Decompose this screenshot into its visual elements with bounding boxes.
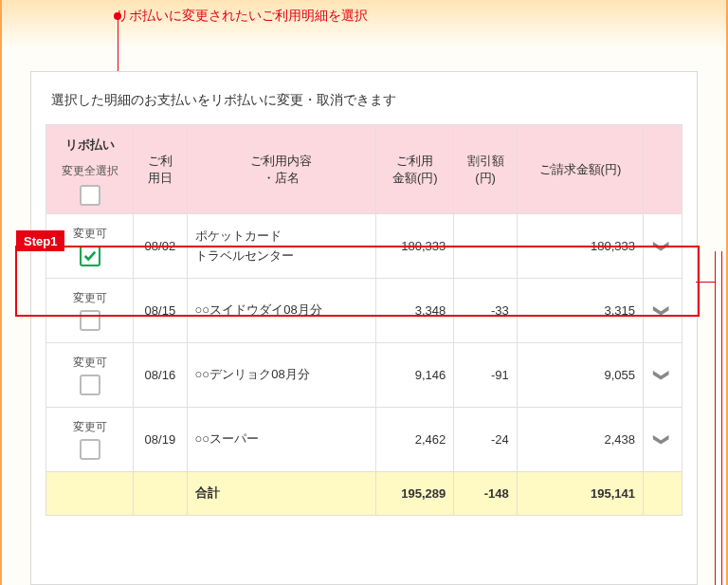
statement-table: リボ払い 変更全選択 ご利 用日 ご利用内容 ・店名 ご利用 金額(円) 割引額… (46, 124, 682, 516)
change-label: 変更可 (73, 419, 107, 435)
header-amount: ご利用 金額(円) (376, 125, 454, 214)
chevron-down-icon: ❯ (653, 369, 671, 381)
chevron-down-icon: ❯ (653, 240, 671, 252)
total-discount: -148 (454, 472, 518, 516)
table-row: 変更可 08/15 ○○スイドウダイ08月分 3,348 -33 3,315 ❯ (46, 279, 682, 343)
total-empty (643, 472, 682, 516)
highlight-connector (696, 282, 716, 283)
cell-description: ポケットカード トラベルセンター (187, 214, 376, 279)
cell-discount: -33 (454, 279, 518, 343)
change-cell: 変更可 (46, 343, 134, 408)
total-billed: 195,141 (517, 472, 643, 516)
cell-date: 08/02 (134, 214, 187, 279)
table-row: 変更可 08/02 ポケットカード トラベルセンター 180,333 180,3… (46, 214, 682, 279)
check-icon (83, 249, 97, 263)
header-revolving: リボ払い 変更全選択 (46, 125, 134, 214)
cell-amount: 3,348 (376, 279, 454, 343)
change-label: 変更可 (73, 226, 107, 242)
row-checkbox[interactable] (80, 310, 100, 331)
header-billed: ご請求金額(円) (517, 125, 643, 214)
chevron-down-icon: ❯ (653, 433, 671, 446)
cell-description: ○○スイドウダイ08月分 (187, 279, 376, 343)
cell-date: 08/19 (134, 408, 187, 472)
header-description: ご利用内容 ・店名 (187, 125, 376, 214)
row-checkbox[interactable] (80, 246, 100, 266)
cell-discount (454, 214, 518, 279)
total-label: 合計 (187, 472, 376, 516)
cell-billed: 3,315 (517, 279, 643, 343)
cell-date: 08/15 (134, 279, 187, 343)
change-cell: 変更可 (46, 408, 134, 472)
cell-description: ○○スーパー (187, 408, 376, 472)
page-background: リボ払いに変更されたいご利用明細を選択 選択した明細のお支払いをリボ払いに変更・… (0, 0, 728, 585)
expand-cell[interactable]: ❯ (643, 279, 682, 343)
expand-cell[interactable]: ❯ (643, 343, 682, 408)
cell-discount: -91 (454, 343, 518, 408)
header-discount: 割引額 (円) (454, 125, 518, 214)
expand-cell[interactable]: ❯ (643, 408, 682, 472)
change-label: 変更可 (73, 355, 107, 371)
cell-date: 08/16 (134, 343, 187, 408)
total-empty (46, 472, 134, 516)
cell-amount: 180,333 (376, 214, 454, 279)
chevron-down-icon: ❯ (653, 304, 671, 317)
right-rail-lines (715, 251, 722, 585)
row-checkbox[interactable] (80, 439, 100, 460)
cell-discount: -24 (454, 408, 518, 472)
header-revolving-title: リボ払い (65, 133, 115, 157)
total-row: 合計 195,289 -148 195,141 (46, 472, 682, 516)
cell-billed: 9,055 (517, 343, 643, 408)
total-empty (134, 472, 187, 516)
row-checkbox[interactable] (80, 375, 100, 395)
header-date: ご利 用日 (134, 125, 187, 214)
total-amount: 195,289 (376, 472, 454, 516)
annotation-text: リボ払いに変更されたいご利用明細を選択 (116, 8, 368, 25)
panel-title: 選択した明細のお支払いをリボ払いに変更・取消できます (46, 86, 682, 124)
change-label: 変更可 (73, 290, 107, 306)
change-cell: 変更可 (46, 279, 134, 343)
statement-panel: 選択した明細のお支払いをリボ払いに変更・取消できます リボ払い 変更全選択 (30, 71, 698, 585)
table-row: 変更可 08/19 ○○スーパー 2,462 -24 2,438 ❯ (46, 408, 682, 472)
cell-billed: 180,333 (517, 214, 643, 279)
select-all-label: 変更全選択 (62, 163, 118, 179)
expand-cell[interactable]: ❯ (643, 214, 682, 279)
cell-amount: 9,146 (376, 343, 454, 408)
select-all-checkbox[interactable] (80, 185, 100, 206)
table-row: 変更可 08/16 ○○デンリョク08月分 9,146 -91 9,055 ❯ (46, 343, 682, 408)
cell-billed: 2,438 (517, 408, 643, 472)
cell-description: ○○デンリョク08月分 (187, 343, 376, 408)
step-badge: Step1 (16, 230, 64, 251)
cell-amount: 2,462 (376, 408, 454, 472)
header-expand (643, 125, 682, 214)
